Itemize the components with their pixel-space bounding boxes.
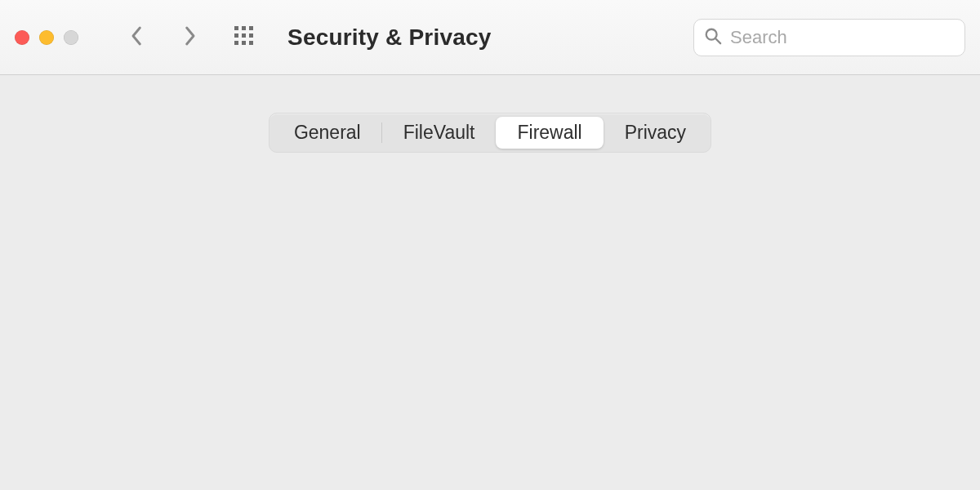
show-all-button[interactable]	[234, 27, 255, 48]
chevron-left-icon	[129, 24, 145, 51]
svg-rect-0	[234, 26, 238, 30]
chevron-right-icon	[181, 24, 198, 51]
tab-label: FileVault	[403, 122, 475, 143]
tab-firewall[interactable]: Firewall	[496, 117, 603, 149]
search-icon	[704, 27, 722, 48]
close-window-button[interactable]	[15, 30, 29, 45]
window-toolbar: Security & Privacy	[0, 0, 980, 75]
zoom-window-button[interactable]	[64, 30, 78, 45]
tab-filevault[interactable]: FileVault	[382, 117, 497, 149]
svg-rect-1	[242, 26, 246, 30]
svg-rect-2	[249, 26, 253, 30]
grid-icon	[234, 25, 255, 50]
search-field[interactable]	[693, 19, 965, 56]
firewall-options-button[interactable]: Firewall Options…	[715, 351, 902, 384]
forward-button[interactable]	[173, 21, 206, 54]
nav-buttons	[121, 21, 206, 54]
turn-off-firewall-button[interactable]: Turn Off Firewall	[730, 205, 902, 238]
tab-label: Privacy	[625, 122, 686, 143]
svg-rect-7	[242, 41, 246, 45]
svg-rect-5	[249, 33, 253, 38]
svg-rect-3	[234, 33, 238, 38]
status-indicator-icon	[78, 215, 94, 231]
svg-line-10	[715, 38, 720, 43]
tab-general[interactable]: General	[273, 117, 382, 149]
search-input[interactable]	[730, 27, 955, 48]
window-title: Security & Privacy	[287, 24, 492, 51]
traffic-lights	[15, 30, 78, 45]
firewall-status-row: Firewall: On	[78, 211, 234, 236]
svg-rect-8	[249, 41, 253, 45]
back-button[interactable]	[121, 21, 154, 54]
svg-rect-4	[242, 33, 246, 38]
tab-label: Firewall	[517, 122, 581, 143]
firewall-panel: Firewall: On Turn Off Firewall The firew…	[10, 135, 970, 478]
firewall-status-label: Firewall: On	[112, 211, 234, 236]
tab-privacy[interactable]: Privacy	[604, 117, 707, 149]
minimize-window-button[interactable]	[39, 30, 54, 45]
firewall-description: The firewall is turned on and set up to …	[78, 261, 894, 314]
tab-bar: General FileVault Firewall Privacy	[269, 113, 711, 153]
svg-rect-6	[234, 41, 238, 45]
tab-label: General	[294, 122, 361, 143]
